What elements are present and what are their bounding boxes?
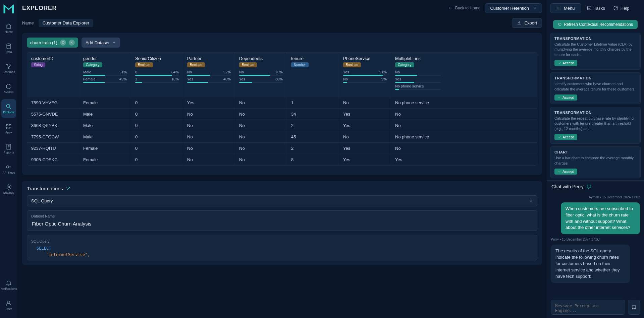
svg-point-13 xyxy=(8,186,10,188)
type-badge: Boolean xyxy=(187,62,205,67)
table-cell: No xyxy=(391,109,445,120)
rec-description: Calculate the Customer Lifetime Value (C… xyxy=(554,42,636,57)
column-header[interactable]: PhoneServiceBooleanYes91%No9% xyxy=(339,53,391,97)
dist-row: No phone service xyxy=(395,84,441,90)
dataset-name-field[interactable]: Dataset Name xyxy=(27,210,537,231)
table-cell: No xyxy=(235,97,287,108)
query-type-dropdown[interactable]: SQL Query xyxy=(27,195,537,206)
menu-button[interactable]: Menu xyxy=(550,3,581,13)
table-row[interactable]: 7590-VHVEGFemale0YesNo1NoNo phone servic… xyxy=(27,97,537,108)
transformations-card: Transformations SQL Query Dataset Name S… xyxy=(22,181,542,265)
table-cell: 0 xyxy=(131,97,183,108)
sidebar-item-reports[interactable]: Reports xyxy=(1,139,16,158)
chip-refresh-icon[interactable] xyxy=(60,40,66,46)
app-logo[interactable] xyxy=(2,3,15,16)
accept-button[interactable]: Accept xyxy=(554,94,577,101)
column-header[interactable]: genderCategoryMale51%Female49% xyxy=(79,53,131,97)
sidebar-item-schemas[interactable]: Schemas xyxy=(1,59,16,78)
plus-icon xyxy=(112,41,116,45)
table-cell: No xyxy=(235,143,287,154)
type-badge: Category xyxy=(395,62,414,67)
tasks-button[interactable]: Tasks xyxy=(584,5,608,11)
dist-row: No xyxy=(395,70,441,76)
table-cell: Yes xyxy=(183,97,235,108)
sql-query-field[interactable]: SQL Query SELECT "InternetService", xyxy=(27,235,537,260)
chat-header: Chat with Perry xyxy=(547,181,644,193)
sidebar-item-apikeys[interactable]: API Keys xyxy=(1,160,16,178)
table-cell: 1 xyxy=(287,97,339,108)
svg-point-14 xyxy=(8,301,10,303)
sidebar-item-explorer[interactable]: Explorer xyxy=(1,99,16,118)
sidebar-item-notifications[interactable]: Notifications xyxy=(1,276,16,295)
perry-message: The results of the SQL query indicate th… xyxy=(551,245,630,283)
retention-dropdown[interactable]: Customer Retention xyxy=(485,3,542,13)
column-header[interactable]: MultipleLinesCategoryNoYesNo phone servi… xyxy=(391,53,445,97)
table-cell: 8 xyxy=(287,154,339,165)
sidebar-item-user[interactable]: User xyxy=(1,296,16,315)
table-cell: 0 xyxy=(131,143,183,154)
table-cell: Male xyxy=(79,120,131,131)
chat-send-button[interactable] xyxy=(628,300,640,315)
help-button[interactable]: Help xyxy=(610,5,632,11)
recommendation-card: CHARTUse a bar chart to compare the aver… xyxy=(550,146,641,178)
table-row[interactable]: 7795-CFOCWMale0NoNo45NoNo phone service xyxy=(27,131,537,142)
table-row[interactable]: 9237-HQITUFemale0NoNo2YesNo xyxy=(27,142,537,154)
table-cell: 2 xyxy=(287,143,339,154)
table-cell: No xyxy=(235,131,287,142)
type-badge: Category xyxy=(83,62,102,67)
rec-type: CHART xyxy=(554,150,636,154)
table-cell: No xyxy=(183,131,235,142)
sidebar-item-models[interactable]: Models xyxy=(1,79,16,98)
svg-rect-15 xyxy=(587,6,591,10)
table-cell: No xyxy=(339,97,391,108)
user-msg-meta: Ayman • 15 December 2024 17:02 xyxy=(551,195,640,199)
table-cell: No xyxy=(235,120,287,131)
refresh-recommendations-button[interactable]: Refresh Contextual Recommendations xyxy=(553,20,638,29)
column-name: gender xyxy=(83,56,127,61)
column-header[interactable]: PartnerBooleanNo52%Yes48% xyxy=(183,53,235,97)
table-cell: Yes xyxy=(339,109,391,120)
table-cell: No xyxy=(183,154,235,165)
name-value[interactable]: Customer Data Explorer xyxy=(39,19,93,27)
table-cell: Yes xyxy=(339,120,391,131)
table-cell: Yes xyxy=(391,154,445,165)
table-cell: 2 xyxy=(287,120,339,131)
rec-description: Calculate the repeat purchase rate by id… xyxy=(554,116,636,131)
sidebar-item-home[interactable]: Home xyxy=(1,19,16,38)
table-row[interactable]: 9305-CDSKCFemale0NoNo8YesYes xyxy=(27,154,537,165)
export-button[interactable]: Export xyxy=(512,18,542,28)
type-badge: Boolean xyxy=(343,62,361,67)
dist-row: 084% xyxy=(135,70,179,76)
column-header[interactable]: tenureNumber xyxy=(287,53,339,97)
dataset-name-input[interactable] xyxy=(27,218,537,229)
rec-description: Use a bar chart to compare the average m… xyxy=(554,155,636,166)
sidebar-item-data[interactable]: Data xyxy=(1,39,16,58)
column-header[interactable]: SeniorCitizenBoolean084%116% xyxy=(131,53,183,97)
column-header[interactable]: DependentsBooleanNo70%Yes30% xyxy=(235,53,287,97)
accept-button[interactable]: Accept xyxy=(554,169,577,175)
nav-label: Reports xyxy=(3,151,14,154)
chip-close-icon[interactable] xyxy=(69,40,75,46)
check-icon xyxy=(558,135,561,139)
column-header[interactable]: customerIDString xyxy=(27,53,79,97)
page-title: EXPLORER xyxy=(22,5,57,12)
add-dataset-button[interactable]: Add Dataset xyxy=(82,38,120,48)
rec-type: TRANSFORMATION xyxy=(554,76,636,80)
accept-button[interactable]: Accept xyxy=(554,134,577,140)
accept-button[interactable]: Accept xyxy=(554,60,577,66)
arrow-back-icon xyxy=(448,6,453,10)
dist-row: No70% xyxy=(239,70,283,76)
transformations-title: Transformations xyxy=(27,186,63,191)
table-cell: No xyxy=(339,131,391,142)
dist-row: Yes48% xyxy=(187,77,231,83)
table-row[interactable]: 3668-QPYBKMale0NoNo2YesNo xyxy=(27,120,537,131)
chat-input[interactable] xyxy=(551,300,625,315)
data-table: customerIDStringgenderCategoryMale51%Fem… xyxy=(27,52,537,166)
rec-type: TRANSFORMATION xyxy=(554,111,636,115)
back-link[interactable]: Back to Home xyxy=(448,6,480,10)
sidebar-item-settings[interactable]: Settings xyxy=(1,180,16,198)
sidebar-item-apps[interactable]: Apps xyxy=(1,119,16,138)
table-cell: 34 xyxy=(287,109,339,120)
table-row[interactable]: 5575-GNVDEMale0NoNo34YesNo xyxy=(27,108,537,120)
table-cell: Yes xyxy=(339,154,391,165)
